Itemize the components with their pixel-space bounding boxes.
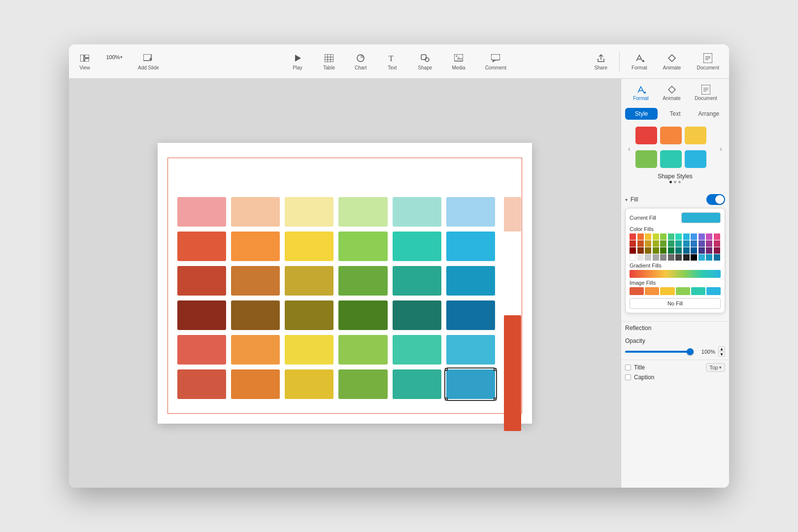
animate-button[interactable]: Animate bbox=[659, 50, 685, 73]
play-button[interactable]: Play bbox=[288, 50, 307, 73]
palette-cell[interactable] bbox=[653, 247, 659, 254]
palette-cell[interactable] bbox=[698, 233, 705, 240]
palette-cell[interactable] bbox=[630, 254, 636, 261]
palette-cell[interactable] bbox=[706, 233, 712, 240]
color-cell[interactable] bbox=[446, 266, 495, 296]
swatch-green[interactable] bbox=[635, 150, 657, 168]
color-cell[interactable] bbox=[177, 266, 226, 296]
palette-cell[interactable] bbox=[698, 247, 705, 254]
palette-cell[interactable] bbox=[630, 247, 636, 254]
palette-cell[interactable] bbox=[645, 254, 651, 261]
title-checkbox[interactable] bbox=[625, 365, 631, 370]
next-style-button[interactable]: › bbox=[717, 144, 725, 154]
palette-cell[interactable] bbox=[645, 233, 651, 240]
prev-style-button[interactable]: ‹ bbox=[625, 144, 633, 154]
palette-cell[interactable] bbox=[637, 254, 644, 261]
media-button[interactable]: Media bbox=[448, 50, 469, 73]
palette-cell[interactable] bbox=[653, 233, 659, 240]
palette-cell[interactable] bbox=[683, 240, 690, 247]
share-button[interactable]: Share bbox=[590, 50, 611, 73]
color-cell[interactable] bbox=[446, 197, 495, 227]
text-button[interactable]: T Text bbox=[382, 50, 402, 73]
color-cell-selected[interactable] bbox=[446, 369, 495, 399]
palette-cell[interactable] bbox=[706, 240, 712, 247]
image-fill-5[interactable] bbox=[691, 287, 705, 295]
palette-cell[interactable] bbox=[630, 233, 636, 240]
palette-cell[interactable] bbox=[637, 247, 644, 254]
color-cell[interactable] bbox=[446, 232, 495, 261]
image-fill-1[interactable] bbox=[630, 287, 644, 295]
color-cell[interactable] bbox=[285, 335, 333, 365]
color-cell[interactable] bbox=[338, 335, 387, 365]
palette-cell[interactable] bbox=[714, 254, 720, 261]
color-cell[interactable] bbox=[177, 197, 226, 227]
format-panel-button[interactable]: Format bbox=[628, 50, 651, 73]
fill-toggle[interactable] bbox=[706, 194, 725, 205]
color-cell[interactable] bbox=[393, 232, 441, 261]
palette-cell[interactable] bbox=[675, 233, 682, 240]
palette-cell[interactable] bbox=[630, 240, 636, 247]
color-cell[interactable] bbox=[338, 266, 387, 296]
color-cell[interactable] bbox=[393, 335, 441, 365]
color-cell[interactable] bbox=[446, 300, 495, 330]
swatch-teal[interactable] bbox=[660, 150, 682, 168]
view-button[interactable]: View bbox=[75, 50, 95, 73]
swatch-orange[interactable] bbox=[660, 127, 682, 144]
palette-cell[interactable] bbox=[668, 254, 674, 261]
palette-cell[interactable] bbox=[698, 240, 705, 247]
color-cell[interactable] bbox=[338, 369, 387, 399]
palette-cell[interactable] bbox=[660, 240, 666, 247]
palette-cell[interactable] bbox=[660, 233, 666, 240]
color-cell[interactable] bbox=[231, 369, 280, 399]
palette-cell[interactable] bbox=[714, 247, 720, 254]
image-fill-4[interactable] bbox=[676, 287, 690, 295]
opacity-up[interactable]: ▲ bbox=[718, 346, 725, 351]
current-fill-color[interactable] bbox=[681, 212, 721, 223]
palette-cell[interactable] bbox=[691, 254, 697, 261]
color-cell[interactable] bbox=[285, 232, 333, 261]
slider-thumb[interactable] bbox=[687, 348, 694, 355]
palette-cell[interactable] bbox=[714, 233, 720, 240]
color-cell[interactable] bbox=[285, 300, 333, 330]
image-fill-6[interactable] bbox=[706, 287, 721, 295]
document-panel-tab[interactable]: Document bbox=[690, 83, 722, 103]
palette-cell[interactable] bbox=[645, 240, 651, 247]
swatch-yellow[interactable] bbox=[685, 127, 706, 144]
fill-header[interactable]: ▾ Fill bbox=[625, 191, 725, 208]
gradient-swatch[interactable] bbox=[630, 270, 721, 278]
chart-button[interactable]: Chart bbox=[351, 50, 370, 73]
document-button[interactable]: Document bbox=[693, 50, 723, 73]
palette-cell[interactable] bbox=[706, 247, 712, 254]
comment-button[interactable]: Comment bbox=[481, 50, 510, 73]
color-cell[interactable] bbox=[338, 300, 387, 330]
palette-cell[interactable] bbox=[714, 240, 720, 247]
color-cell[interactable] bbox=[177, 300, 226, 330]
arrange-tab[interactable]: Arrange bbox=[693, 108, 725, 120]
caption-checkbox[interactable] bbox=[625, 374, 631, 380]
palette-cell[interactable] bbox=[683, 233, 690, 240]
palette-cell[interactable] bbox=[706, 254, 712, 261]
color-cell[interactable] bbox=[393, 197, 441, 227]
color-cell[interactable] bbox=[393, 300, 441, 330]
palette-cell[interactable] bbox=[675, 247, 682, 254]
palette-cell[interactable] bbox=[683, 254, 690, 261]
palette-cell[interactable] bbox=[660, 254, 666, 261]
palette-cell[interactable] bbox=[668, 247, 674, 254]
color-cell[interactable] bbox=[338, 197, 387, 227]
palette-cell[interactable] bbox=[660, 247, 666, 254]
palette-cell[interactable] bbox=[645, 247, 651, 254]
color-cell[interactable] bbox=[177, 369, 226, 399]
palette-cell[interactable] bbox=[668, 233, 674, 240]
canvas-area[interactable] bbox=[69, 79, 621, 488]
color-cell[interactable] bbox=[231, 266, 280, 296]
swatch-red[interactable] bbox=[635, 127, 657, 144]
table-button[interactable]: Table bbox=[319, 50, 339, 73]
color-cell[interactable] bbox=[231, 197, 280, 227]
palette-cell[interactable] bbox=[691, 240, 697, 247]
palette-cell[interactable] bbox=[668, 240, 674, 247]
color-cell[interactable] bbox=[338, 232, 387, 261]
palette-cell[interactable] bbox=[637, 240, 644, 247]
no-fill-button[interactable]: No Fill bbox=[630, 298, 721, 309]
style-tab[interactable]: Style bbox=[625, 108, 658, 120]
title-position[interactable]: Top ▾ bbox=[706, 363, 725, 372]
